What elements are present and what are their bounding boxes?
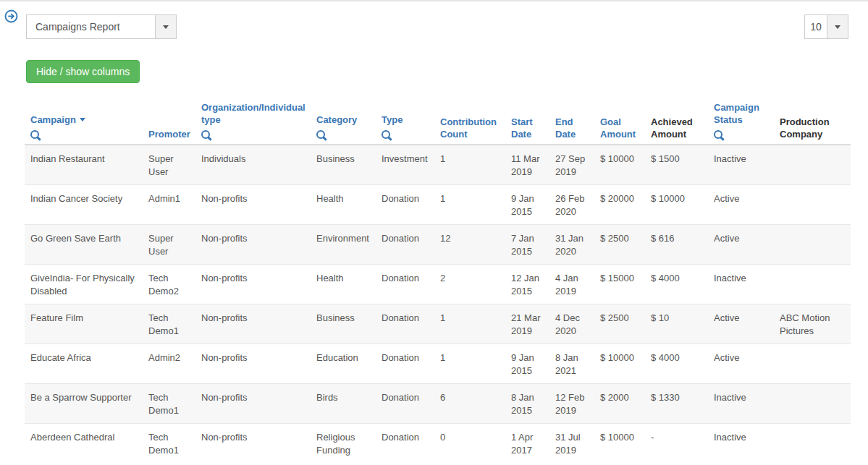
table-row: Aberdeen CathedralTech Demo1Non-profitsR… (25, 424, 851, 464)
cell-end-date: 31 Jan 2020 (549, 225, 594, 265)
column-label: Production Company (780, 116, 830, 140)
arrow-circle-right-icon[interactable] (4, 9, 18, 23)
cell-contribution-count: 6 (434, 384, 505, 424)
cell-campaign-status: Inactive (708, 145, 774, 185)
column-label[interactable]: Category (316, 114, 357, 125)
cell-type: Donation (376, 344, 434, 384)
cell-campaign-status: Inactive (708, 384, 774, 424)
cell-type: Donation (376, 424, 434, 464)
cell-category: Environment (311, 225, 376, 265)
column-label[interactable]: Goal Amount (600, 116, 636, 140)
cell-contribution-count: 1 (434, 304, 505, 344)
cell-campaign: Indian Cancer Society (25, 185, 143, 225)
top-toolbar: Campaigns Report 10 (0, 1, 868, 39)
cell-category: Birds (311, 384, 376, 424)
cell-promoter: Tech Demo1 (143, 384, 195, 424)
cell-category: Health (311, 185, 376, 225)
cell-goal-amount: $ 10000 (594, 145, 645, 185)
column-header-type[interactable]: Type (376, 95, 434, 145)
column-label[interactable]: Type (382, 114, 403, 125)
column-label: Achieved Amount (651, 116, 693, 140)
hide-show-columns-button[interactable]: Hide / show columns (26, 60, 140, 83)
cell-production-company (774, 145, 851, 185)
cell-type: Investment (376, 145, 434, 185)
column-label[interactable]: Contribution Count (440, 116, 497, 140)
cell-production-company: ABC Motion Pictures (774, 304, 851, 344)
cell-type: Donation (376, 265, 434, 304)
column-header-production-company: Production Company (774, 95, 851, 145)
sort-desc-icon (80, 118, 85, 121)
cell-campaign: Be a Sparrow Supporter (25, 384, 143, 424)
search-icon[interactable] (316, 130, 326, 140)
cell-promoter: Super User (143, 225, 195, 265)
table-row: Feature FilmTech Demo1Non-profitsBusines… (25, 304, 851, 344)
cell-campaign-status: Active (708, 185, 774, 225)
cell-production-company (774, 424, 851, 464)
column-label[interactable]: Promoter (148, 129, 190, 140)
campaigns-report-table: CampaignPromoterOrganization/Individual … (25, 95, 851, 463)
column-header-start-date[interactable]: Start Date (505, 95, 549, 145)
cell-start-date: 9 Jan 2015 (505, 344, 549, 384)
page-size-dropdown-button[interactable] (827, 15, 848, 38)
search-icon[interactable] (30, 130, 41, 140)
column-label[interactable]: Start Date (511, 116, 533, 140)
cell-org-individual-type: Non-profits (195, 265, 311, 304)
cell-goal-amount: $ 10000 (594, 344, 645, 384)
cell-campaign-status: Inactive (708, 424, 774, 464)
cell-achieved-amount: $ 10 (645, 304, 708, 344)
cell-org-individual-type: Non-profits (195, 384, 311, 424)
search-icon[interactable] (201, 130, 211, 140)
cell-category: Business (311, 304, 376, 344)
cell-contribution-count: 2 (434, 265, 505, 304)
column-header-contribution-count[interactable]: Contribution Count (434, 95, 505, 145)
column-header-category[interactable]: Category (311, 95, 376, 145)
column-label[interactable]: Organization/Individual type (201, 102, 306, 125)
cell-contribution-count: 1 (434, 185, 505, 225)
cell-category: Religious Funding (311, 424, 376, 464)
cell-goal-amount: $ 15000 (594, 265, 645, 304)
cell-type: Donation (376, 225, 434, 265)
cell-goal-amount: $ 2500 (594, 304, 645, 344)
report-selector-dropdown-button[interactable] (155, 15, 176, 38)
cell-promoter: Tech Demo2 (143, 265, 195, 304)
cell-end-date: 4 Dec 2020 (549, 304, 594, 344)
chevron-down-icon (835, 25, 840, 29)
report-selector[interactable]: Campaigns Report (26, 14, 177, 39)
cell-end-date: 31 Jul 2019 (549, 424, 594, 464)
cell-campaign-status: Active (708, 344, 774, 384)
cell-achieved-amount: $ 616 (645, 225, 708, 265)
column-header-goal-amount[interactable]: Goal Amount (594, 95, 645, 145)
search-icon[interactable] (382, 130, 392, 140)
cell-start-date: 12 Jan 2015 (505, 265, 549, 304)
cell-goal-amount: $ 10000 (594, 424, 645, 464)
column-label[interactable]: Campaign Status (714, 102, 759, 125)
cell-start-date: 11 Mar 2019 (505, 145, 549, 185)
cell-campaign: Feature Film (25, 304, 143, 344)
table-row: Educate AfricaAdmin2Non-profitsEducation… (25, 344, 851, 384)
column-header-promoter[interactable]: Promoter (143, 95, 195, 145)
cell-type: Donation (376, 304, 434, 344)
cell-production-company (774, 185, 851, 225)
column-header-org-individual-type[interactable]: Organization/Individual type (195, 95, 311, 145)
cell-category: Education (311, 344, 376, 384)
page-size-selector[interactable]: 10 (804, 14, 848, 39)
column-label[interactable]: End Date (555, 116, 576, 140)
column-header-campaign[interactable]: Campaign (25, 95, 143, 145)
cell-org-individual-type: Non-profits (195, 344, 311, 384)
cell-end-date: 4 Jan 2019 (549, 265, 594, 304)
page-size-value: 10 (805, 15, 827, 38)
cell-org-individual-type: Non-profits (195, 424, 311, 464)
chevron-down-icon (163, 25, 169, 29)
column-header-campaign-status[interactable]: Campaign Status (708, 95, 774, 145)
cell-achieved-amount: - (645, 424, 708, 464)
cell-type: Donation (376, 384, 434, 424)
cell-achieved-amount: $ 10000 (645, 185, 708, 225)
column-header-end-date[interactable]: End Date (549, 95, 594, 145)
column-header-achieved-amount: Achieved Amount (645, 95, 708, 145)
search-icon[interactable] (714, 130, 724, 140)
cell-org-individual-type: Non-profits (195, 225, 311, 265)
cell-campaign-status: Inactive (708, 265, 774, 304)
cell-production-company (774, 265, 851, 304)
cell-category: Business (311, 145, 376, 185)
column-label[interactable]: Campaign (30, 114, 76, 125)
